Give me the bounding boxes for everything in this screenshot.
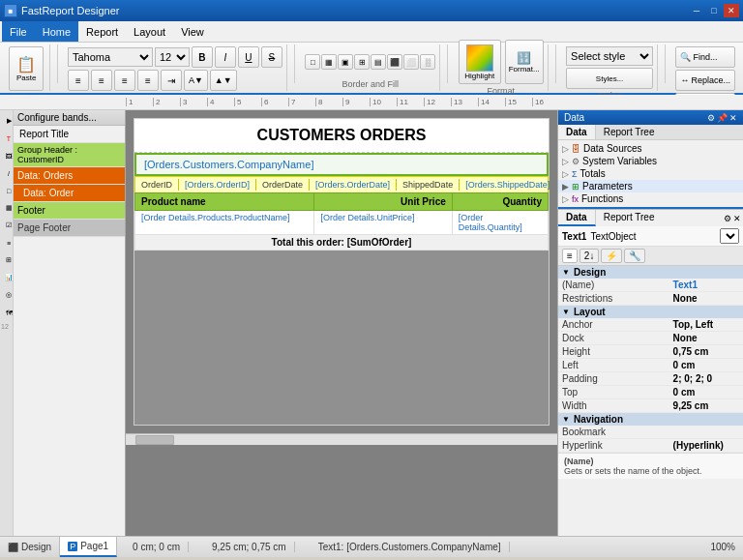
tree-datasources[interactable]: ▷ 🗄 Data Sources (558, 142, 743, 155)
fill-btn4[interactable]: ░ (420, 54, 435, 70)
tree-sysvars[interactable]: ▷ ⚙ System Variables (558, 155, 743, 167)
align-left-button[interactable]: ≡ (68, 70, 89, 91)
status-tab-page[interactable]: P Page1 (60, 537, 117, 557)
prop-bookmark-label: Bookmark (558, 426, 669, 439)
data-productname: [Order Details.Products.ProductName] (135, 211, 314, 234)
color-btn[interactable]: A▼ (184, 70, 208, 91)
align-center-button[interactable]: ≡ (91, 70, 112, 91)
left-toolbar: ▶ T 🖼 / □ ▦ ☑ ≡ ⊞ 📊 ◎ 🗺 12 (0, 110, 14, 536)
italic-button[interactable]: I (215, 46, 236, 68)
props-pin[interactable]: ⚙ (724, 214, 731, 223)
align-justify-button[interactable]: ≡ (137, 70, 159, 91)
prop-hyperlink-label: Hyperlink (558, 439, 669, 453)
data-panel-close[interactable]: ✕ (729, 113, 737, 123)
tree-totals[interactable]: ▷ Σ Totals (558, 167, 743, 180)
border-btn4[interactable]: ⊞ (354, 54, 370, 70)
font-select[interactable]: Tahoma (68, 47, 153, 67)
prop-dock-value[interactable]: None (669, 332, 743, 345)
status-size: 9,25 cm; 0,75 cm (204, 542, 295, 552)
border-btn1[interactable]: □ (305, 54, 320, 70)
indent-button[interactable]: ⇥ (161, 70, 182, 91)
bands-header: Configure bands... (14, 110, 125, 126)
close-button[interactable]: ✕ (724, 4, 739, 17)
band-footer[interactable]: Footer (14, 202, 125, 220)
props-close[interactable]: ✕ (733, 214, 741, 223)
status-tab-design[interactable]: ⬛ Design (0, 537, 60, 557)
scroll-thumb[interactable] (135, 435, 174, 445)
data-panel-config[interactable]: ⚙ (707, 113, 715, 123)
props-tab-4[interactable]: 🔧 (624, 249, 645, 263)
band-group-header[interactable]: Group Header :CustomerID (14, 143, 125, 167)
prop-bookmark-value[interactable] (669, 426, 743, 439)
strikethrough-button[interactable]: S (261, 46, 282, 68)
menu-file[interactable]: File (2, 21, 35, 42)
prop-top-value[interactable]: 0 cm (669, 386, 743, 399)
report-tree-tab[interactable]: Report Tree (596, 125, 663, 139)
border-btn3[interactable]: ▣ (338, 54, 353, 70)
props-object-row: Text1 TextObject (558, 226, 743, 247)
format-button[interactable]: 🔢 Format... (505, 40, 544, 84)
fill-btn2[interactable]: ⬛ (387, 54, 402, 70)
underline-button[interactable]: U (238, 46, 259, 68)
props-tab-2[interactable]: 2↓ (580, 249, 600, 263)
data-tab[interactable]: Data (558, 125, 596, 139)
group-header-field: [Orders.Customers.CompanyName] (144, 159, 313, 170)
horizontal-scrollbar[interactable] (126, 433, 557, 445)
data-panel-pin[interactable]: 📌 (717, 113, 728, 123)
replace-button[interactable]: ↔Replace... (675, 70, 735, 91)
design-canvas[interactable]: CUSTOMERS ORDERS [Orders.Customers.Compa… (126, 110, 557, 536)
configure-bands-btn[interactable]: Configure bands... (17, 112, 97, 123)
ruler-mark: 14 (478, 98, 505, 106)
fill-btn1[interactable]: ▤ (371, 54, 386, 70)
menu-view[interactable]: View (173, 21, 212, 42)
props-tab-props[interactable]: ≡ (562, 249, 578, 263)
band-page-footer[interactable]: Page Footer (14, 220, 125, 237)
data-tree: ▷ 🗄 Data Sources ▷ ⚙ System Variables ▷ … (558, 140, 743, 207)
styles-btn[interactable]: Styles... (566, 68, 653, 89)
props-main-tabs: Data Report Tree (558, 210, 663, 226)
prop-anchor-value[interactable]: Top, Left (669, 318, 743, 332)
find-button[interactable]: 🔍Find... (675, 46, 735, 68)
minimize-button[interactable]: ─ (689, 4, 704, 17)
highlight-button[interactable]: Highlight (459, 40, 501, 84)
align-right-button[interactable]: ≡ (114, 70, 135, 91)
prop-height-value[interactable]: 0,75 cm (669, 345, 743, 359)
maximize-button[interactable]: □ (706, 4, 722, 17)
band-data-order[interactable]: Data: Order (14, 185, 125, 202)
col-quantity: Quantity (453, 193, 548, 210)
prop-padding-value[interactable]: 2; 0; 2; 0 (669, 372, 743, 386)
prop-restrictions-value[interactable]: None (669, 292, 743, 306)
menu-report[interactable]: Report (78, 21, 126, 42)
report-tree-props-tab[interactable]: Report Tree (596, 210, 663, 226)
props-object-select[interactable] (720, 228, 739, 244)
footer-total: Total this order: [SumOfOrder] (272, 237, 412, 248)
data-props-tab[interactable]: Data (558, 210, 596, 226)
font-size-select[interactable]: 12 (155, 47, 190, 67)
fill-btn3[interactable]: ⬜ (403, 54, 419, 70)
side-icon-num[interactable]: 12 (0, 321, 13, 332)
menu-home[interactable]: Home (35, 21, 78, 42)
prop-name-value[interactable]: Text1 (669, 279, 743, 292)
style-select[interactable]: Select style (566, 46, 653, 66)
tree-functions[interactable]: ▷ fx Functions (558, 192, 743, 205)
prop-left-value[interactable]: 0 cm (669, 359, 743, 372)
bold-button[interactable]: B (192, 46, 213, 68)
order-id-label: OrderID (135, 179, 179, 191)
props-tab-events[interactable]: ⚡ (601, 249, 622, 263)
props-list: ▼Design (Name) Text1 Restrictions None ▼… (558, 266, 743, 453)
prop-hyperlink-value[interactable]: (Hyperlink) (669, 439, 743, 453)
ruler-mark: 1 (126, 98, 153, 106)
orders-row: OrderID [Orders.OrderID] OrderDate [Orde… (134, 176, 549, 192)
ribbon-styles-group: Select style Styles... Styles (562, 44, 658, 91)
prop-width-label: Width (558, 399, 669, 413)
menu-layout[interactable]: Layout (126, 21, 173, 42)
prop-width-value[interactable]: 9,25 cm (669, 399, 743, 413)
band-report-title[interactable]: Report Title (14, 126, 125, 143)
paste-button[interactable]: 📋 Paste (9, 46, 44, 91)
tree-parameters[interactable]: ▶ ⊞ Parameters (558, 180, 743, 192)
border-btn2[interactable]: ▦ (321, 54, 337, 70)
ruler-mark: 3 (180, 98, 207, 106)
band-data-orders[interactable]: Data: Orders (14, 167, 125, 185)
text-color-btn[interactable]: ▲▼ (210, 70, 237, 91)
app-icon: ■ (4, 4, 17, 17)
